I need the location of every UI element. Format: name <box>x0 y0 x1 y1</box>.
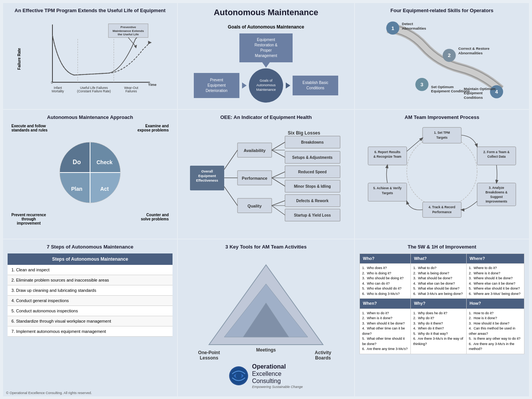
pdca-panel: Autonomous Maintenance Approach Execute … <box>3 110 177 239</box>
amteam-title: AM Team Improvement Process <box>359 114 524 120</box>
svg-text:Act: Act <box>100 186 109 192</box>
fivew-why: 1. Why does he do it? 2. Why do it? 3. W… <box>411 309 466 354</box>
fivew-where-header: Where? <box>466 254 524 264</box>
svg-text:Maintenance Extends: Maintenance Extends <box>112 29 144 33</box>
svg-text:3. Analyze: 3. Analyze <box>489 186 504 190</box>
svg-line-73 <box>272 178 285 186</box>
oee-diagram: Six Big Losses Overall Equipment Effecti… <box>182 124 350 234</box>
oee-title: OEE: An Indicator of Equipment Health <box>182 114 350 120</box>
svg-text:Six Big Losses: Six Big Losses <box>288 130 320 136</box>
svg-text:Availability: Availability <box>244 148 266 153</box>
svg-text:2: 2 <box>448 52 450 58</box>
fivew-header-row: Who? What? Where? <box>360 254 524 264</box>
svg-text:the Useful Life: the Useful Life <box>118 33 139 36</box>
four-skills-panel: Four Equipment-related Skills for Operat… <box>355 3 529 109</box>
pdca-label-tl: Execute and followstandards and rules <box>11 124 48 132</box>
svg-text:Targets: Targets <box>436 136 448 139</box>
tpm-svg: 0 Infant Mortality Failures Useful Life … <box>23 21 169 93</box>
step-row-4: 4. Conduct general inspections <box>8 296 173 306</box>
step-row-1: 1. Clean and inspect <box>8 265 173 275</box>
svg-text:Effectiveness: Effectiveness <box>196 179 218 182</box>
oee-svg: Six Big Losses Overall Equipment Effecti… <box>186 128 346 230</box>
tpm-chart: Failure Rate 0 Infant Mortality Failures… <box>8 17 173 101</box>
svg-text:Boards: Boards <box>315 355 331 360</box>
amteam-svg: 1. Set TPM Targets 2. Form a Team & Coll… <box>359 124 524 219</box>
steps-table: Steps of Autonomous Maintenance 1. Clean… <box>8 253 173 337</box>
pdca-svg: Do Check Plan Act <box>44 135 136 211</box>
svg-line-70 <box>272 142 285 150</box>
svg-point-79 <box>407 136 477 206</box>
step-5: 5. Conduct autonomous inspections <box>8 306 173 316</box>
step-4: 4. Conduct general inspections <box>8 296 173 306</box>
svg-text:Improvements: Improvements <box>486 200 507 203</box>
step-6: 6. Standardize through visual workplace … <box>8 316 173 326</box>
am-arrow-right2 <box>286 82 290 89</box>
svg-text:Quality: Quality <box>247 204 262 208</box>
tpm-panel: An Effective TPM Program Extends the Use… <box>3 3 177 109</box>
svg-text:3: 3 <box>421 82 423 87</box>
pdca-label-br: Counter andsolve problems <box>141 213 169 225</box>
fivew-row2: 1. When to do it? 2. When is it done? 3.… <box>360 309 524 354</box>
logo-circle <box>229 366 248 385</box>
am-goals-title: Goals of Autonomous Maintenance <box>182 24 350 30</box>
svg-text:6. Report Results: 6. Report Results <box>374 150 401 154</box>
svg-text:& Recognize Team: & Recognize Team <box>374 155 401 158</box>
svg-text:4: 4 <box>495 89 498 95</box>
svg-text:4. Track & Record: 4. Track & Record <box>429 205 455 209</box>
three-tools-panel: 3 Key Tools for AM Team Activities One-P… <box>178 239 354 396</box>
logo-text-area: Operational Excellence Consulting Empowe… <box>252 363 303 389</box>
amteam-diagram: 1. Set TPM Targets 2. Form a Team & Coll… <box>359 124 524 219</box>
svg-text:Abnormalities: Abnormalities <box>402 26 426 30</box>
step-3: 3. Draw up cleaning and lubricating stan… <box>8 285 173 296</box>
svg-text:Detect: Detect <box>402 22 413 26</box>
svg-text:Setups & Adjustments: Setups & Adjustments <box>292 155 333 160</box>
am-right-box: Establish BasicConditions <box>293 76 338 95</box>
svg-text:Preventive: Preventive <box>120 25 136 29</box>
fivew-how-header: How? <box>466 299 524 309</box>
fivew-where: 1. Where to do it? 2. Where is it done? … <box>466 264 524 299</box>
am-title: Autonomous Maintenance <box>182 8 350 17</box>
svg-text:Check: Check <box>97 159 112 165</box>
tpm-title: An Effective TPM Program Extends the Use… <box>8 8 173 13</box>
svg-text:Plan: Plan <box>71 186 82 192</box>
am-panel: Autonomous Maintenance Goals of Autonomo… <box>178 3 354 109</box>
svg-text:Collect Data: Collect Data <box>487 155 505 158</box>
svg-text:Maintain Optimum: Maintain Optimum <box>464 87 496 91</box>
fivew-what: 1. What to do? 2. What is being done? 3.… <box>411 264 466 299</box>
svg-text:Equipment: Equipment <box>464 91 483 95</box>
step-1: 1. Clean and inspect <box>8 265 173 275</box>
step-2: 2. Eliminate problem sources and inacces… <box>8 275 173 285</box>
svg-text:Do: Do <box>73 159 81 165</box>
svg-text:5. Achieve & Verify: 5. Achieve & Verify <box>373 186 402 190</box>
svg-line-72 <box>272 172 285 178</box>
svg-text:Conditions: Conditions <box>464 95 483 100</box>
svg-line-69 <box>224 187 238 206</box>
am-arrow-down <box>262 62 270 68</box>
seven-steps-panel: 7 Steps of Autonomous Maintenance Steps … <box>3 239 177 396</box>
fivew-header-row2: When? Why? How? <box>360 299 524 309</box>
svg-text:(Constant Failure Rate): (Constant Failure Rate) <box>77 89 111 93</box>
svg-text:Correct & Restore: Correct & Restore <box>458 46 489 51</box>
steps-header-row: Steps of Autonomous Maintenance <box>8 253 173 265</box>
tools-diagram: One-Point Lessons Activity Boards Meetin… <box>182 253 350 360</box>
fivew-row1: 1. Who does it? 2. Who is doing it? 3. W… <box>360 264 524 299</box>
seven-steps-title: 7 Steps of Autonomous Maintenance <box>8 244 173 250</box>
svg-text:Lessons: Lessons <box>200 355 218 360</box>
svg-text:Reduced Speed: Reduced Speed <box>298 170 326 174</box>
svg-text:Abnormalities: Abnormalities <box>458 51 483 55</box>
fivew-what-header: What? <box>411 254 466 264</box>
logo-area: Operational Excellence Consulting Empowe… <box>182 360 350 392</box>
svg-text:Mortality: Mortality <box>52 89 64 93</box>
five-w-title: The 5W & 1H of Improvement <box>359 244 524 250</box>
svg-text:Minor Stops & Idling: Minor Stops & Idling <box>294 184 331 188</box>
svg-text:Failures: Failures <box>125 89 137 93</box>
tools-svg: One-Point Lessons Activity Boards Meetin… <box>186 253 346 360</box>
skills-diagram: 1 2 3 4 Detect Abnormalities Correct & R… <box>359 17 524 104</box>
logo-tagline: Empowering Sustainable Change <box>252 385 303 389</box>
svg-text:Suggest: Suggest <box>490 195 503 199</box>
svg-rect-91 <box>423 202 461 218</box>
svg-text:Equipment: Equipment <box>198 174 216 178</box>
four-skills-title: Four Equipment-related Skills for Operat… <box>359 8 524 13</box>
step-row-2: 2. Eliminate problem sources and inacces… <box>8 275 173 285</box>
svg-text:Startup & Yield Loss: Startup & Yield Loss <box>294 213 331 217</box>
